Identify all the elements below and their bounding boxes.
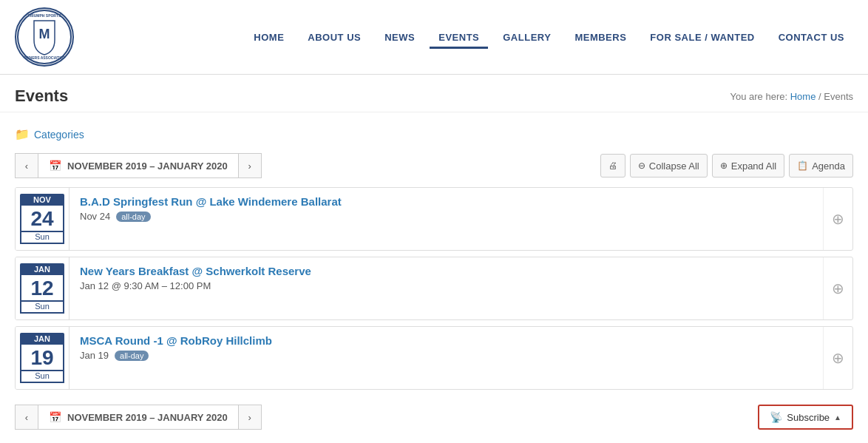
page-header: Events You are here: Home / Events — [0, 75, 868, 112]
bottom-date-range-label: 📅 NOVEMBER 2019 – JANUARY 2020 — [38, 405, 238, 430]
nav-forsale[interactable]: FOR SALE / WANTED — [641, 26, 763, 49]
event-meta-1: Nov 24 all-day — [80, 211, 813, 222]
event-date-3: JAN 19 Sun — [16, 327, 69, 389]
bottom-next-icon: › — [248, 412, 251, 423]
breadcrumb-home-link[interactable]: Home — [790, 91, 816, 102]
event-meta-date-1: Nov 24 — [80, 211, 110, 222]
print-icon: 🖨 — [608, 160, 617, 171]
bottom-next-button[interactable]: › — [238, 405, 262, 430]
logo-svg: M TRIUMPH SPORTS OWNERS ASSOCIATION — [16, 9, 72, 65]
bottom-nav: ‹ 📅 NOVEMBER 2019 – JANUARY 2020 › 📡 Sub… — [15, 402, 853, 430]
bottom-calendar-icon: 📅 — [49, 411, 61, 423]
expand-all-button[interactable]: ⊕ Expand All — [712, 154, 784, 177]
event-meta-date-3: Jan 19 — [80, 350, 109, 361]
main-content: 📁 Categories ‹ 📅 NOVEMBER 2019 – JANUARY… — [0, 112, 868, 443]
breadcrumb-current: Events — [824, 91, 853, 102]
bottom-prev-icon: ‹ — [25, 412, 28, 423]
event-title-1[interactable]: B.A.D Springfest Run @ Lake Windemere Ba… — [80, 195, 813, 208]
nav-members[interactable]: MEMBERS — [566, 26, 635, 49]
event-meta-3: Jan 19 all-day — [80, 350, 813, 361]
event-title-3[interactable]: MSCA Round -1 @ RobRoy Hillclimb — [80, 334, 813, 347]
svg-text:M: M — [39, 27, 50, 41]
nav-news[interactable]: NEWS — [376, 26, 424, 49]
event-meta-date-2: Jan 12 @ 9:30 AM – 12:00 PM — [80, 280, 211, 291]
event-weekday-3: Sun — [20, 371, 64, 383]
calendar-nav-top: ‹ 📅 NOVEMBER 2019 – JANUARY 2020 › 🖨 ⊖ C… — [15, 153, 853, 178]
subscribe-label: Subscribe — [787, 412, 830, 423]
add-icon-2: ⊕ — [832, 280, 844, 297]
breadcrumb: You are here: Home / Events — [730, 91, 853, 102]
event-title-2[interactable]: New Years Breakfast @ Schwerkolt Reserve — [80, 265, 813, 277]
site-header: M TRIUMPH SPORTS OWNERS ASSOCIATION HOME… — [0, 0, 868, 75]
event-row-2: JAN 12 Sun New Years Breakfast @ Schwerk… — [15, 257, 853, 320]
subscribe-icon: 📡 — [770, 411, 782, 423]
calendar-icon: 📅 — [49, 160, 61, 172]
date-range-label: 📅 NOVEMBER 2019 – JANUARY 2020 — [38, 153, 238, 178]
collapse-icon: ⊖ — [638, 160, 645, 171]
categories-icon: 📁 — [15, 127, 30, 141]
svg-text:TRIUMPH SPORTS: TRIUMPH SPORTS — [28, 13, 61, 18]
event-day-1: 24 — [20, 206, 64, 232]
event-weekday-2: Sun — [20, 302, 64, 314]
nav-events[interactable]: EVENTS — [430, 26, 488, 49]
date-range-text: NOVEMBER 2019 – JANUARY 2020 — [67, 160, 228, 172]
svg-text:OWNERS ASSOCIATION: OWNERS ASSOCIATION — [23, 55, 66, 60]
event-row-1: NOV 24 Sun B.A.D Springfest Run @ Lake W… — [15, 187, 853, 251]
categories-bar[interactable]: 📁 Categories — [15, 127, 853, 141]
collapse-all-label: Collapse All — [649, 160, 699, 172]
agenda-button[interactable]: 📋 Agenda — [789, 154, 853, 177]
event-add-btn-1[interactable]: ⊕ — [823, 188, 852, 250]
expand-all-label: Expand All — [731, 160, 776, 172]
event-tag-3: all-day — [115, 351, 149, 361]
subscribe-button[interactable]: 📡 Subscribe ▲ — [758, 405, 853, 430]
collapse-all-button[interactable]: ⊖ Collapse All — [630, 154, 708, 177]
event-tag-1: all-day — [116, 212, 150, 222]
bottom-prev-button[interactable]: ‹ — [15, 405, 38, 430]
agenda-icon: 📋 — [797, 160, 808, 171]
event-add-btn-3[interactable]: ⊕ — [823, 327, 852, 389]
expand-icon: ⊕ — [720, 160, 728, 171]
event-date-1: NOV 24 Sun — [16, 188, 69, 250]
event-content-1: B.A.D Springfest Run @ Lake Windemere Ba… — [69, 188, 823, 250]
prev-period-button[interactable]: ‹ — [15, 153, 38, 178]
next-arrow-icon: › — [248, 160, 251, 172]
event-date-2: JAN 12 Sun — [16, 257, 69, 319]
event-meta-2: Jan 12 @ 9:30 AM – 12:00 PM — [80, 280, 813, 291]
nav-contact[interactable]: CONTACT US — [770, 26, 853, 49]
calendar-nav-left: ‹ 📅 NOVEMBER 2019 – JANUARY 2020 › — [15, 153, 262, 178]
categories-label[interactable]: Categories — [34, 129, 84, 141]
bottom-date-range-text: NOVEMBER 2019 – JANUARY 2020 — [67, 412, 228, 423]
page-title: Events — [15, 87, 68, 106]
nav-gallery[interactable]: GALLERY — [494, 26, 560, 49]
next-period-button[interactable]: › — [238, 153, 262, 178]
event-row-3: JAN 19 Sun MSCA Round -1 @ RobRoy Hillcl… — [15, 326, 853, 390]
subscribe-arrow-icon: ▲ — [834, 413, 841, 422]
event-day-3: 19 — [20, 345, 64, 371]
breadcrumb-prefix: You are here: — [730, 91, 787, 102]
event-content-2: New Years Breakfast @ Schwerkolt Reserve… — [69, 257, 823, 319]
add-icon-1: ⊕ — [832, 210, 844, 228]
prev-arrow-icon: ‹ — [25, 160, 28, 172]
calendar-nav-right: 🖨 ⊖ Collapse All ⊕ Expand All 📋 Agenda — [600, 154, 853, 177]
add-icon-3: ⊕ — [832, 349, 844, 367]
site-logo: M TRIUMPH SPORTS OWNERS ASSOCIATION — [15, 7, 74, 67]
event-add-btn-2[interactable]: ⊕ — [823, 257, 852, 319]
nav-about[interactable]: ABOUT US — [299, 26, 370, 49]
event-weekday-1: Sun — [20, 232, 64, 244]
event-month-2: JAN — [20, 263, 64, 275]
logo-area[interactable]: M TRIUMPH SPORTS OWNERS ASSOCIATION — [15, 7, 74, 67]
nav-home[interactable]: HOME — [245, 26, 293, 49]
event-month-3: JAN — [20, 333, 64, 345]
print-button[interactable]: 🖨 — [600, 154, 625, 177]
agenda-label: Agenda — [812, 160, 845, 172]
event-content-3: MSCA Round -1 @ RobRoy Hillclimb Jan 19 … — [69, 327, 823, 389]
main-nav: HOME ABOUT US NEWS EVENTS GALLERY MEMBER… — [245, 26, 853, 49]
event-day-2: 12 — [20, 275, 64, 302]
event-month-1: NOV — [20, 194, 64, 206]
bottom-nav-left: ‹ 📅 NOVEMBER 2019 – JANUARY 2020 › — [15, 405, 262, 430]
